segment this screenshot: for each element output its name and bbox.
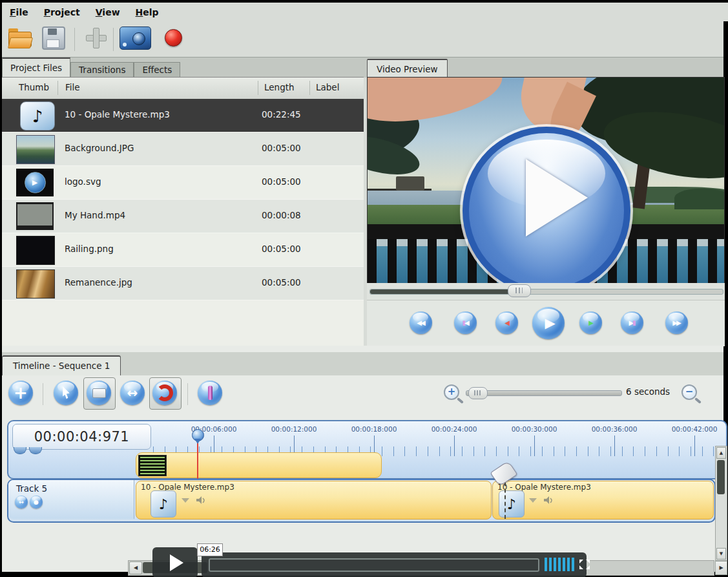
timeline-ruler[interactable]: 00:00:04:971 00:00:06:00000:00:12:00000:… [7, 420, 727, 479]
camera-icon [132, 32, 145, 45]
toolbar-separator [113, 28, 114, 51]
column-header-label[interactable]: Label [316, 82, 339, 92]
tab-video-preview[interactable]: Video Preview [367, 59, 448, 79]
record-button[interactable] [165, 29, 182, 47]
table-row[interactable]: Railing.png00:05:00 [2, 233, 364, 267]
speaker-icon[interactable] [196, 496, 207, 508]
file-name-cell: Remanence.jpg [65, 277, 132, 288]
overlay-play-button[interactable] [152, 547, 198, 577]
add-track-button[interactable]: + [8, 381, 33, 405]
ruler-tick-label: 00:00:12:000 [258, 425, 329, 433]
scroll-left-icon[interactable]: ◀ [129, 561, 142, 574]
save-project-button[interactable] [42, 26, 65, 50]
file-name-cell: Railing.png [65, 244, 114, 254]
frame-back-button[interactable]: ▮◀ [454, 311, 477, 334]
play-overlay-logo [463, 127, 630, 284]
frame-forward-button[interactable]: ▶▮ [621, 311, 643, 334]
menu-item-view[interactable]: View [96, 7, 120, 17]
volume-bars-icon[interactable] [545, 558, 574, 571]
select-tool-button[interactable] [54, 381, 78, 405]
zoom-in-button[interactable]: + [444, 384, 463, 404]
video-gray-thumbnail [16, 202, 54, 230]
file-table-header: ThumbFileLengthLabel [2, 78, 364, 100]
scroll-right-icon[interactable]: ▶ [715, 561, 727, 575]
video-preview-area[interactable] [367, 77, 725, 284]
track-video-toggle[interactable]: ↔ [15, 496, 28, 509]
table-row[interactable]: logo.svg00:05:00 [2, 166, 364, 200]
table-row[interactable]: ♪10 - Opale Mystere.mp300:22:45 [2, 99, 364, 132]
main-toolbar [2, 21, 723, 57]
scroll-up-icon[interactable]: ▲ [716, 447, 726, 459]
play-button[interactable]: ▶ [532, 307, 565, 339]
snapshot-button[interactable] [120, 26, 151, 50]
zoom-slider-handle[interactable] [468, 387, 488, 399]
column-header-length[interactable]: Length [264, 82, 295, 92]
zoom-slider[interactable] [466, 390, 622, 396]
ruler-tick-label: 00:00:06:000 [178, 425, 249, 433]
playhead-time-display: 00:00:04:971 [12, 424, 151, 450]
open-project-button[interactable] [8, 26, 32, 48]
play-backward-button[interactable]: ◀ [495, 311, 518, 334]
column-separator [258, 81, 258, 95]
bush [674, 189, 725, 209]
tab-transitions[interactable]: Transitions [70, 62, 134, 78]
menu-item-project[interactable]: Project [44, 7, 80, 17]
table-row[interactable]: My Hand.mp400:00:08 [2, 200, 364, 233]
vertical-scroll-thumb[interactable] [717, 460, 725, 494]
chevron-down-icon[interactable] [529, 498, 537, 503]
menu-item-file[interactable]: File [10, 7, 28, 17]
music-note-thumbnail: ♪ [151, 490, 176, 518]
scrolled-track-button [14, 447, 26, 454]
scrolled-track-button [29, 447, 42, 454]
length-cell: 00:22:45 [262, 109, 301, 120]
landscape-thumbnail [16, 135, 55, 164]
playhead-marker[interactable] [192, 429, 204, 441]
ruler-tick-label: 00:00:24:000 [419, 425, 490, 433]
play-triangle-icon [526, 159, 588, 236]
column-header-thumb[interactable]: Thumb [19, 82, 49, 92]
timeline-toolbar: + 6 seconds − +↔ [2, 375, 723, 416]
preview-seek-slider[interactable] [369, 289, 723, 295]
play-forward-button[interactable]: ▶ [579, 311, 602, 334]
file-name-cell: Background.JPG [65, 143, 134, 153]
tab-timeline-sequence[interactable]: Timeline - Sequence 1 [2, 355, 121, 375]
table-row[interactable]: Remanence.jpg00:05:00 [2, 267, 364, 300]
zoom-level-label: 6 seconds [626, 386, 670, 397]
seek-end-button[interactable]: ▶▶ [665, 311, 688, 334]
overlay-progress-bar[interactable] [209, 558, 539, 572]
length-cell: 00:05:00 [262, 244, 301, 254]
tab-project-files[interactable]: Project Files [2, 58, 70, 78]
ruler-tick-label: 00:00:18:000 [338, 425, 410, 433]
openshot-window: FileProjectViewHelp Project FilesTransit… [0, 0, 728, 577]
speaker-icon[interactable] [543, 496, 554, 508]
length-cell: 00:00:08 [262, 210, 301, 220]
golden-photo-thumbnail [16, 269, 55, 299]
tab-effects[interactable]: Effects [134, 62, 180, 78]
seek-start-button[interactable]: ◀◀ [410, 311, 432, 334]
preview-seek-handle[interactable] [508, 284, 531, 297]
menu-item-help[interactable]: Help [136, 7, 159, 17]
scrolled-clip[interactable] [136, 452, 382, 478]
fullscreen-icon[interactable] [579, 560, 590, 569]
snap-tool-button[interactable] [152, 381, 177, 405]
resize-tool-button[interactable]: ↔ [120, 381, 145, 405]
timeline-tab-strip: Timeline - Sequence 1 [2, 352, 723, 376]
chevron-down-icon[interactable] [182, 498, 189, 503]
column-header-file[interactable]: File [65, 82, 80, 92]
audio-clip[interactable]: 10 - Opale Mystere.mp3♪ [492, 481, 714, 519]
table-row[interactable]: Background.JPG00:05:00 [2, 132, 364, 166]
razor-tool-button[interactable] [87, 381, 111, 405]
music-note-thumbnail: ♪ [499, 490, 525, 518]
timeline-vertical-scrollbar[interactable]: ▲ ▼ [715, 446, 727, 561]
add-marker-button[interactable] [198, 381, 222, 405]
audio-clip[interactable]: 10 - Opale Mystere.mp3♪ [136, 481, 492, 519]
zoom-out-button[interactable]: − [681, 384, 701, 404]
left-tab-strip: Project FilesTransitionsEffects [2, 58, 180, 78]
toolbar-separator [187, 383, 188, 405]
track-audio-toggle[interactable]: ● [30, 496, 43, 509]
overlay-player-bar[interactable] [202, 552, 587, 577]
add-file-button[interactable] [85, 26, 107, 48]
transport-controls: ◀◀▮◀◀▶▶▶▮▶▶ [367, 300, 725, 346]
scroll-down-icon[interactable]: ▼ [716, 548, 726, 560]
waveform-thumbnail [138, 455, 167, 476]
